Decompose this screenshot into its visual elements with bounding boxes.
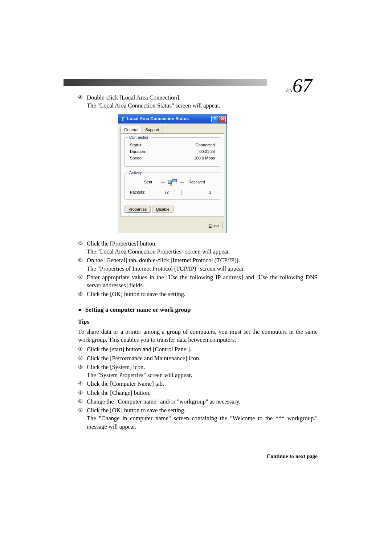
speed-label: Speed: [130,155,143,161]
step-body: Click the [OK] button to save the settin… [87,406,318,431]
step-text: Change the "Computer name" and/or "workg… [87,398,318,406]
disable-button[interactable]: Disable [152,206,173,213]
packets-received: 1 [182,190,215,195]
duration-label: Duration: [130,149,146,154]
close-icon[interactable]: ✕ [219,116,226,122]
workgroup-step-5: ⑤ Click the [Change] button. [78,389,318,397]
step-body: Double-click [Local Area Connection]. Th… [87,94,318,110]
tips-paragraph: To share data or a printer among a group… [78,328,318,344]
sent-label: Sent [137,179,159,185]
page-content: ④ Double-click [Local Area Connection]. … [78,94,318,460]
page-header-rule [64,79,267,86]
step-text: The "System Properties" screen will appe… [87,371,318,379]
received-label: Received [186,179,208,185]
activity-computers-icon [167,178,177,187]
packets-sent: 72 [152,190,181,195]
tab-panel-general: Connection Status: Connected Duration: 0… [121,133,224,216]
step-body: Click the [System] icon. The "System Pro… [87,363,318,380]
workgroup-step-1: ① Click the [start] button and [Control … [78,345,318,353]
section-heading: ● Setting a computer name or work group [78,306,318,314]
step-text: The "Properties of Internet Protocol (TC… [87,265,318,273]
properties-button[interactable]: Properties [124,206,151,213]
status-row: Status: Connected [130,142,215,148]
workgroup-step-2: ② Click the [Performance and Maintenance… [78,355,318,362]
groupbox-title: Connection [128,135,151,140]
dialog-footer: Close [118,219,226,233]
speed-row: Speed: 100.0 Mbps [130,155,215,161]
duration-row: Duration: 00:01:38 [130,149,215,154]
step-text: Click the [System] icon. [87,363,318,371]
speed-value: 100.0 Mbps [194,155,215,161]
workgroup-step-6: ⑥ Change the "Computer name" and/or "wor… [78,398,318,406]
step-text: Click the [Computer Name] tab. [87,380,318,388]
workgroup-step-7: ⑦ Click the [OK] button to save the sett… [78,406,318,431]
network-icon: ⇵ [121,117,126,122]
packets-row: Packets: 72 1 [130,190,215,195]
page-number-value: 67 [293,75,312,97]
groupbox-activity: Activity Sent — [124,173,220,200]
bullet-icon: ● [78,306,82,314]
dialog-title: Local Area Connection Status [127,116,211,122]
step-7: ⑦ Enter appropriate values in the [Use t… [78,274,318,290]
step-text: The "Change in computer name" screen con… [87,414,318,431]
dialog-screenshot: ⇵ Local Area Connection Status ? ✕ Gener… [118,114,318,233]
step-text: Click the [OK] button to save the settin… [87,406,318,414]
groupbox-title: Activity [128,170,143,175]
step-body: Click the [OK] button to save the settin… [87,290,318,298]
step-marker: ⑥ [78,256,87,273]
status-label: Status: [130,142,142,148]
step-text: Click the [Performance and Maintenance] … [87,355,318,362]
step-text: Click the [OK] button to save the settin… [87,290,318,298]
step-marker: ① [78,345,87,353]
step-8: ⑧ Click the [OK] button to save the sett… [78,290,318,298]
duration-value: 00:01:38 [199,149,215,154]
step-text: Click the [Change] button. [87,389,318,397]
step-marker: ⑤ [78,240,87,256]
step-marker: ③ [78,363,87,380]
step-marker: ⑤ [78,389,87,397]
step-marker: ⑥ [78,398,87,406]
step-marker: ⑦ [78,406,87,431]
step-body: On the [General] tab, double-click [Inte… [87,256,318,273]
step-body: Enter appropriate values in the [Use the… [87,274,318,290]
section-heading-text: Setting a computer name or work group [85,306,191,314]
step-marker: ④ [78,94,87,110]
groupbox-connection: Connection Status: Connected Duration: 0… [124,137,220,167]
close-button[interactable]: Close [205,222,223,229]
tips-heading: Tips [78,318,318,326]
tab-support[interactable]: Support [142,126,163,134]
connection-status-dialog: ⇵ Local Area Connection Status ? ✕ Gener… [118,114,227,233]
step-body: Click the [Properties] button. The "Loca… [87,240,318,256]
page-number-prefix: EN [286,88,293,93]
step-text: Click the [start] button and [Control Pa… [87,345,318,353]
step-text: Click the [Properties] button. [87,240,318,248]
step-marker: ⑦ [78,274,87,290]
svg-rect-1 [168,181,171,183]
step-marker: ② [78,355,87,362]
activity-dash: — [180,179,184,185]
step-text: The "Local Area Connection Properties" s… [87,248,318,256]
step-4: ④ Double-click [Local Area Connection]. … [78,94,318,110]
step-text: On the [General] tab, double-click [Inte… [87,256,318,264]
dialog-tabs: General Support [118,123,226,134]
step-text: Enter appropriate values in the [Use the… [87,274,318,290]
dialog-buttons-left: Properties Disable [124,206,220,213]
step-5: ⑤ Click the [Properties] button. The "Lo… [78,240,318,256]
step-text: The "Local Area Connection Status" scree… [87,102,318,110]
activity-dash: — [161,179,165,185]
activity-header: Sent — — [128,178,216,187]
dialog-titlebar: ⇵ Local Area Connection Status ? ✕ [118,115,226,123]
workgroup-step-4: ④ Click the [Computer Name] tab. [78,380,318,388]
svg-rect-3 [173,180,176,182]
tab-general[interactable]: General [121,126,142,134]
step-6: ⑥ On the [General] tab, double-click [In… [78,256,318,273]
help-button[interactable]: ? [211,116,218,122]
packets-label: Packets: [130,190,152,195]
step-text: Double-click [Local Area Connection]. [87,94,318,102]
status-value: Connected [196,142,215,148]
step-marker: ⑧ [78,290,87,298]
continue-footer: Continue to next page [78,453,318,460]
workgroup-step-3: ③ Click the [System] icon. The "System P… [78,363,318,380]
step-marker: ④ [78,380,87,388]
